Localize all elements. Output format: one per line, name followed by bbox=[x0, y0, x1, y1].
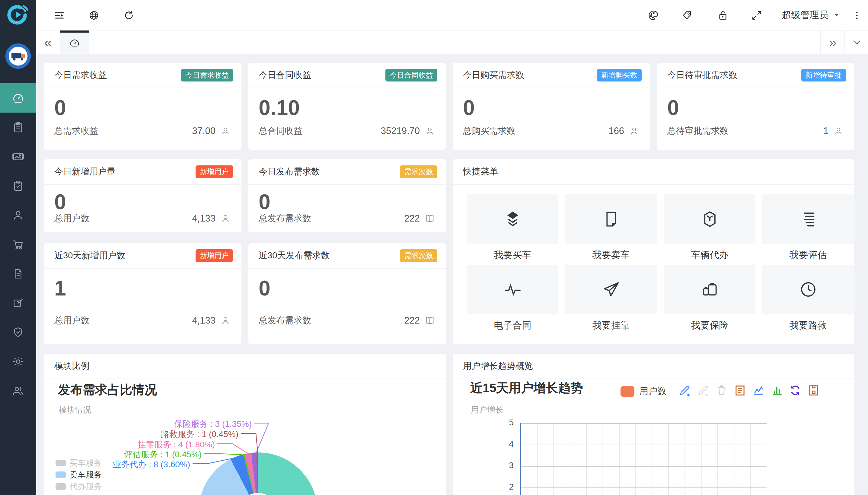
stat-footer-value: 4,133 bbox=[192, 213, 215, 224]
kebab-menu-icon[interactable] bbox=[851, 10, 863, 21]
person-icon bbox=[629, 126, 639, 136]
quick-item-sell-car[interactable] bbox=[565, 194, 657, 243]
users-icon bbox=[12, 385, 24, 397]
refresh-icon[interactable] bbox=[123, 10, 135, 21]
globe-icon[interactable] bbox=[88, 10, 100, 21]
person-icon bbox=[424, 126, 435, 136]
stat-footer-label: 总购买需求数 bbox=[463, 125, 608, 137]
card-badge: 新增待审批 bbox=[801, 69, 846, 82]
person-icon bbox=[833, 126, 844, 136]
legend-swatch bbox=[621, 386, 635, 397]
quick-item-label: 车辆代办 bbox=[664, 249, 756, 261]
quick-item-label: 我要卖车 bbox=[565, 249, 657, 261]
y-axis-tick: 3 bbox=[486, 461, 514, 470]
sidebar-item-10[interactable] bbox=[0, 376, 36, 405]
stat-card-demand-today: 今日发布需求数需求次数 0 总发布需求数222 bbox=[248, 159, 446, 233]
user-menu[interactable]: 超级管理员 bbox=[782, 0, 840, 30]
bar-chart-icon[interactable] bbox=[770, 383, 784, 397]
edit-add-pencil-icon[interactable] bbox=[678, 383, 692, 397]
lock-icon[interactable] bbox=[717, 10, 729, 21]
cart-icon bbox=[12, 238, 24, 251]
stat-footer-value: 222 bbox=[404, 315, 420, 326]
chart-toolbox bbox=[678, 383, 821, 397]
quick-item-label: 电子合同 bbox=[467, 319, 558, 332]
dashboard-gauge-icon bbox=[69, 37, 81, 49]
quick-item-e-contract[interactable] bbox=[467, 265, 558, 314]
stat-footer-value: 222 bbox=[404, 213, 420, 224]
tabs-scroll-left-button[interactable]: « bbox=[36, 31, 60, 54]
clock-icon bbox=[799, 280, 818, 299]
caret-down-icon bbox=[833, 11, 840, 19]
save-image-icon[interactable] bbox=[807, 383, 821, 397]
clear-trash-icon[interactable] bbox=[715, 383, 729, 397]
sidebar-item-9[interactable] bbox=[0, 347, 36, 376]
line-chart-title: 近15天用户增长趋势 bbox=[470, 380, 583, 396]
stat-footer-label: 总需求收益 bbox=[54, 125, 192, 137]
quick-item-vehicle-agency[interactable] bbox=[664, 194, 756, 243]
tag-icon[interactable] bbox=[681, 10, 693, 21]
person-icon bbox=[220, 126, 230, 136]
sidebar-item-4[interactable] bbox=[0, 201, 36, 230]
stat-value: 0 bbox=[54, 97, 230, 118]
sidebar-item-6[interactable] bbox=[0, 259, 36, 288]
card-title: 今日待审批需求数 bbox=[667, 69, 737, 81]
sidebar-item-1[interactable] bbox=[0, 113, 36, 142]
line-chart-icon[interactable] bbox=[751, 383, 765, 397]
stat-card-pending-approval: 今日待审批需求数新增待审批 0 总待审批需求数1 bbox=[657, 63, 854, 150]
chevron-down-icon bbox=[852, 37, 862, 47]
pie-callout-label: 保险服务 : 3 (1.35%) bbox=[174, 418, 252, 430]
stat-card-demand-income: 今日需求收益今日需求收益 0 总需求收益37.00 bbox=[44, 63, 241, 150]
card-title: 今日发布需求数 bbox=[259, 166, 320, 178]
sidebar-item-dashboard[interactable] bbox=[0, 83, 36, 113]
user-name: 超级管理员 bbox=[782, 9, 829, 21]
cube-icon bbox=[700, 210, 719, 228]
stat-card-demand-30d: 近30天发布需求数需求次数 0 总发布需求数222 bbox=[248, 243, 446, 344]
line-chart-subtitle: 用户增长 bbox=[471, 405, 503, 415]
shield-check-icon bbox=[12, 326, 24, 338]
tab-dashboard[interactable] bbox=[60, 31, 89, 54]
clipboard-check-icon bbox=[12, 180, 24, 192]
module-ratio-card: 模块比例 发布需求占比情况 模块情况 买车服务 卖车服务 代办服务 评估服务 bbox=[44, 354, 446, 495]
sidebar-item-8[interactable] bbox=[0, 318, 36, 347]
stat-card-new-users-today: 今日新增用户量新增用户 0 总用户数4,133 bbox=[44, 159, 241, 233]
card-badge: 今日合同收益 bbox=[385, 69, 437, 82]
sidebar-item-5[interactable] bbox=[0, 230, 36, 259]
tabs-dropdown-button[interactable] bbox=[845, 31, 868, 54]
card-badge: 今日需求收益 bbox=[181, 69, 233, 82]
quick-item-label: 我要买车 bbox=[467, 249, 558, 261]
menu-unfold-icon[interactable] bbox=[54, 10, 65, 21]
quick-item-insurance[interactable] bbox=[664, 265, 756, 314]
sidebar-item-2[interactable] bbox=[0, 142, 36, 171]
stat-value: 0 bbox=[259, 191, 435, 212]
file-icon bbox=[602, 210, 620, 228]
line-legend-item[interactable]: 用户数 bbox=[621, 385, 666, 397]
data-view-icon[interactable] bbox=[733, 383, 747, 397]
quick-item-affiliate[interactable] bbox=[565, 265, 657, 314]
sidebar-item-7[interactable] bbox=[0, 288, 36, 318]
y-axis-tick: 2 bbox=[486, 482, 514, 492]
quick-item-buy-car[interactable] bbox=[467, 194, 558, 243]
palette-icon[interactable] bbox=[648, 10, 659, 21]
card-badge: 新增用户 bbox=[195, 166, 233, 178]
book-icon bbox=[424, 214, 435, 224]
double-chevron-left-icon: « bbox=[44, 34, 52, 50]
quick-item-label: 我要挂靠 bbox=[565, 319, 657, 332]
stat-footer-label: 总待审批需求数 bbox=[667, 125, 823, 137]
edit-remove-pencil-icon[interactable] bbox=[696, 383, 710, 397]
stat-footer-label: 总用户数 bbox=[54, 314, 192, 327]
stat-value: 0.10 bbox=[259, 97, 435, 118]
restore-icon[interactable] bbox=[788, 383, 802, 397]
card-title: 今日新增用户量 bbox=[54, 166, 116, 178]
quick-item-label: 我要路救 bbox=[762, 319, 854, 332]
card-badge: 新增用户 bbox=[195, 249, 233, 262]
quick-item-evaluate[interactable] bbox=[762, 194, 854, 243]
sidebar-item-3[interactable] bbox=[0, 171, 36, 201]
tabbar: « » bbox=[36, 31, 868, 54]
tabs-scroll-right-button[interactable]: » bbox=[821, 31, 845, 54]
clipboard-icon bbox=[12, 121, 24, 133]
fullscreen-icon[interactable] bbox=[751, 10, 762, 21]
stat-card-new-users-30d: 近30天新增用户数新增用户 1 总用户数4,133 bbox=[44, 243, 241, 344]
quick-item-road-rescue[interactable] bbox=[762, 265, 854, 314]
main-content: 今日需求收益今日需求收益 0 总需求收益37.00 今日合同收益今日合同收益 0… bbox=[36, 54, 868, 495]
card-title: 用户增长趋势概览 bbox=[463, 360, 533, 372]
